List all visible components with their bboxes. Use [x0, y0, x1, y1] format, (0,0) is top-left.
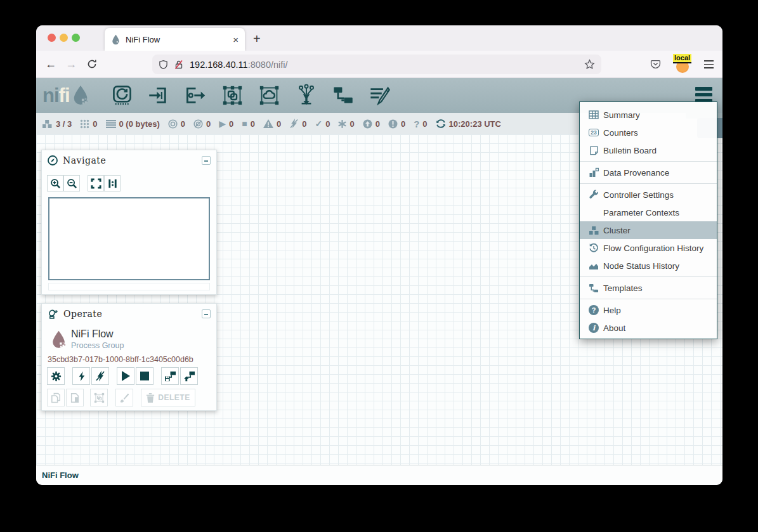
nifi-global-menu-icon[interactable]	[695, 87, 712, 103]
stopped-icon: ■	[242, 119, 247, 128]
container-label: local	[673, 54, 691, 63]
data-provenance-icon	[587, 167, 600, 178]
birdseye-view[interactable]	[48, 197, 210, 280]
shield-icon[interactable]	[159, 60, 168, 70]
navigate-title: Navigate	[63, 155, 197, 165]
locally-modified-stale-icon	[388, 119, 398, 129]
menu-item-counters[interactable]: 23 Counters	[580, 124, 717, 141]
flow-configuration-history-icon	[587, 243, 600, 253]
selection-id[interactable]: 35cbd3b7-017b-1000-8bff-1c3405c00d6b	[48, 355, 193, 364]
collapse-navigate-button[interactable]	[202, 156, 211, 165]
cluster-icon	[42, 119, 53, 129]
close-window-button[interactable]	[48, 34, 56, 42]
zoom-fit-button[interactable]	[88, 175, 104, 191]
browser-window: NiFi Flow × + ← → 192.168.40.11:8080/nif…	[36, 25, 722, 485]
menu-item-summary[interactable]: Summary	[580, 106, 717, 124]
tab-title: NiFi Flow	[126, 35, 228, 44]
start-button[interactable]	[117, 367, 134, 385]
label-component-button[interactable]	[366, 83, 394, 108]
stop-button[interactable]	[136, 367, 154, 385]
zoom-out-button[interactable]	[63, 175, 80, 191]
status-stopped: ■ 0	[242, 119, 255, 129]
reload-icon[interactable]	[87, 59, 97, 69]
menu-item-data-provenance[interactable]: Data Provenance	[580, 164, 717, 181]
not-transmitting-icon	[193, 119, 203, 129]
counters-icon: 23	[587, 129, 600, 137]
navigate-panel: Navigate	[41, 150, 217, 295]
output-port-component-button[interactable]	[182, 83, 210, 108]
breadcrumb-bar: NiFi Flow	[36, 465, 722, 485]
insecure-lock-icon[interactable]	[174, 60, 184, 70]
breadcrumb[interactable]: NiFi Flow	[42, 470, 79, 480]
menu-item-parameter-contexts[interactable]: Parameter Contexts	[580, 204, 717, 221]
templates-icon	[587, 283, 600, 293]
compass-icon	[48, 155, 58, 165]
disable-button[interactable]	[91, 367, 109, 385]
menu-item-node-status-history[interactable]: Node Status History	[580, 257, 717, 275]
paste-button[interactable]	[66, 389, 84, 406]
color-button[interactable]	[115, 389, 133, 406]
processor-component-button[interactable]	[108, 83, 136, 108]
menu-item-help[interactable]: ? Help	[580, 301, 717, 319]
bookmark-star-icon[interactable]	[584, 59, 595, 70]
zoom-in-button[interactable]	[47, 175, 63, 191]
nifi-droplet-icon	[71, 84, 90, 107]
container-avatar[interactable]: local	[675, 56, 690, 73]
upload-template-button[interactable]	[180, 367, 198, 385]
browser-titlebar: NiFi Flow × +	[36, 25, 722, 51]
status-locally-modified: 0	[338, 119, 354, 129]
invalid-icon	[263, 119, 273, 128]
funnel-component-button[interactable]	[292, 83, 320, 108]
selection-name: NiFi Flow	[71, 328, 114, 340]
status-refresh: 10:20:23 UTC	[436, 119, 501, 129]
menu-item-templates[interactable]: Templates	[580, 279, 717, 297]
minimize-window-button[interactable]	[60, 34, 68, 42]
cluster-icon	[587, 226, 600, 235]
copy-button[interactable]	[47, 389, 65, 406]
template-component-button[interactable]	[329, 83, 357, 108]
save-template-button[interactable]	[161, 367, 179, 385]
menu-item-bulletin-board[interactable]: Bulletin Board	[580, 141, 717, 159]
delete-label: DELETE	[158, 393, 190, 402]
menu-item-flow-configuration-history[interactable]: Flow Configuration History	[580, 239, 717, 257]
url-bar[interactable]: 192.168.40.11:8080/nifi/	[152, 55, 601, 74]
remote-process-group-component-button[interactable]	[256, 83, 284, 108]
disabled-icon	[289, 119, 299, 129]
back-icon[interactable]: ←	[45, 58, 56, 71]
tab-close-icon[interactable]: ×	[233, 34, 239, 45]
zoom-actual-size-button[interactable]	[104, 175, 121, 191]
menu-item-cluster[interactable]: Cluster	[580, 221, 717, 239]
status-locally-modified-stale: 0	[388, 119, 405, 129]
pocket-icon[interactable]	[650, 60, 661, 69]
browser-menu-icon[interactable]	[704, 60, 714, 68]
enable-button[interactable]	[72, 367, 90, 385]
zoom-window-button[interactable]	[72, 34, 80, 42]
browser-tab[interactable]: NiFi Flow ×	[105, 28, 245, 51]
status-up-to-date: ✓ 0	[315, 119, 330, 129]
status-invalid: 0	[263, 119, 281, 129]
menu-separator	[580, 299, 717, 299]
url-text[interactable]: 192.168.40.11:8080/nifi/	[190, 60, 288, 70]
new-tab-button[interactable]: +	[253, 32, 261, 46]
group-button[interactable]	[90, 389, 108, 406]
configure-button[interactable]	[47, 367, 65, 385]
status-disabled: 0	[289, 119, 306, 129]
summary-icon	[587, 110, 600, 119]
process-group-component-button[interactable]	[219, 83, 247, 108]
menu-separator	[580, 161, 717, 162]
help-icon: ?	[587, 305, 600, 315]
sync-failure-icon: ?	[414, 119, 419, 129]
collapse-operate-button[interactable]	[202, 309, 211, 318]
menu-item-controller-settings[interactable]: Controller Settings	[580, 186, 717, 204]
delete-button[interactable]: DELETE	[141, 389, 195, 406]
input-port-component-button[interactable]	[145, 83, 173, 108]
tab-favicon-nifi-droplet-icon	[111, 34, 121, 45]
up-to-date-icon: ✓	[315, 119, 323, 128]
refresh-icon[interactable]	[436, 119, 446, 129]
menu-item-about[interactable]: i About	[580, 319, 717, 337]
browser-navbar: ← → 192.168.40.11:8080/nifi/ local	[36, 51, 722, 78]
nifi-logo: nifi	[42, 84, 90, 107]
active-threads-icon	[80, 119, 89, 129]
forward-icon[interactable]: →	[65, 58, 77, 71]
controller-settings-icon	[587, 190, 600, 200]
